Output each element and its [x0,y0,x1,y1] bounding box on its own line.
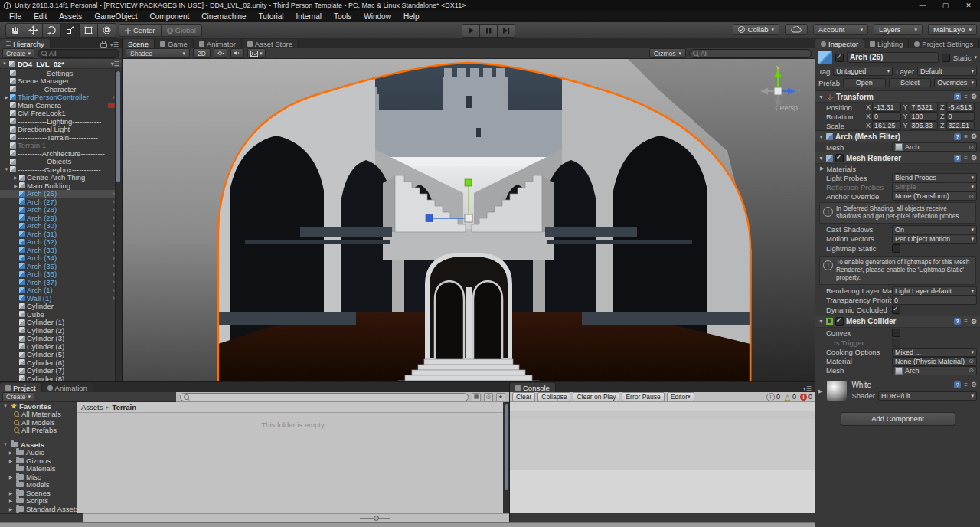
hierarchy-item-character[interactable]: -----------Character----------- [0,85,122,93]
folder-materials[interactable]: Materials [0,465,77,473]
effects-dropdown[interactable]: ▾ [247,48,266,58]
hierarchy-item-arch-33[interactable]: Arch (33)› [0,246,122,254]
warning-count[interactable]: △0 [784,393,796,401]
physic-material-field[interactable]: None (Physic Material)⊙ [892,357,977,366]
gear-icon[interactable]: ⚙ [971,93,977,100]
favorite-search-icon[interactable]: ★ [496,393,505,401]
tab-project[interactable]: Project [0,383,42,392]
hierarchy-item-arch-26[interactable]: Arch (26)› [0,190,122,198]
folder-scripts[interactable]: ▶Scripts [0,497,77,506]
materials-foldout-icon[interactable]: ▶ [820,165,824,172]
hierarchy-item-wall-1[interactable]: Wall (1)› [0,294,122,303]
foldout-icon[interactable]: ▼ [3,167,10,172]
hierarchy-item-cm-freelook1[interactable]: CM FreeLook1 [0,110,122,118]
console-button-clear-on-play[interactable]: Clear on Play [573,392,619,401]
step-button[interactable] [498,24,515,38]
hierarchy-item-directional-light[interactable]: Directional Light [0,126,122,134]
hierarchy-item-cylinder[interactable]: Cylinder [0,303,122,311]
hierarchy-item-lighting[interactable]: ------------Lighting------------ [0,117,122,126]
layer-dropdown[interactable]: Default▾ [917,67,977,76]
info-count[interactable]: !0 [766,393,780,401]
minimize-button[interactable]: — [911,0,934,11]
anchor-override-field[interactable]: None (Transform)⊙ [892,191,977,201]
help-icon[interactable]: ? [954,155,961,162]
mesh-collider-enabled-checkbox[interactable] [835,317,844,326]
tab-lighting[interactable]: Lighting [864,39,909,48]
mesh-renderer-component-header[interactable]: ▼ Mesh Renderer ?≡⚙ [815,152,980,164]
project-search-input[interactable] [180,393,469,401]
scale-tool-icon[interactable] [61,23,80,38]
transform-component-header[interactable]: ▼ Transform ?≡⚙ [815,90,980,103]
hierarchy-item-cylinder-5[interactable]: Cylinder (5) [0,351,122,359]
hierarchy-item-arch-27[interactable]: Arch (27)› [0,198,122,206]
panel-menu-icon[interactable]: ▾☰ [803,385,812,392]
scene-menu-icon[interactable]: ▾☰ [111,61,119,67]
menu-internal[interactable]: Internal [290,11,328,22]
static-checkbox[interactable] [942,54,950,62]
hierarchy-item-cylinder-8[interactable]: Cylinder (8) [0,375,122,381]
dynamic-occluded-checkbox[interactable] [892,306,900,314]
axis-y-label[interactable]: y [776,64,779,70]
hierarchy-item-main-camera[interactable]: Main Camera [0,101,122,110]
tab-console[interactable]: Console [510,383,556,392]
hierarchy-item-greybox[interactable]: ▼-----------Greybox------------ [0,165,122,174]
pivot-toggle-button[interactable]: Center [119,24,162,37]
maximize-button[interactable]: ▢ [934,0,957,11]
hierarchy-item-cube[interactable]: Cube [0,310,122,319]
hierarchy-item-arch-29[interactable]: Arch (29)› [0,214,122,222]
console-button-error-pause[interactable]: Error Pause [622,392,664,401]
help-icon[interactable]: ? [954,381,961,388]
hierarchy-item-arch-37[interactable]: Arch (37)› [0,278,122,286]
tab-game[interactable]: Game [155,39,194,48]
hierarchy-item-terrain-1[interactable]: Terrain 1 [0,142,122,150]
help-icon[interactable]: ? [954,133,961,140]
foldout-icon[interactable]: ▶ [8,498,14,503]
close-button[interactable]: ✕ [957,0,980,11]
mesh-object-field[interactable]: Arch⊙ [892,142,977,152]
foldout-icon[interactable]: ▶ [8,490,14,496]
scale-y-field[interactable]: 305.33 [910,121,938,130]
hand-tool-icon[interactable] [5,23,24,38]
hierarchy-item-terrain[interactable]: ------------Terrain------------ [0,133,122,142]
folder-gizmos[interactable]: ▶Gizmos [0,457,77,465]
prefab-open-button[interactable]: Open [843,78,886,87]
mesh-renderer-enabled-checkbox[interactable] [835,154,844,162]
search-by-label-icon[interactable]: ◎ [484,393,493,401]
project-tree-scrollbar[interactable] [503,402,509,513]
2d-toggle[interactable]: 2D [193,48,211,58]
project-create-button[interactable]: Create▾ [2,392,34,402]
folder-scenes[interactable]: ▶Scenes [0,489,77,497]
space-toggle-button[interactable]: Global [162,24,202,37]
hierarchy-item-main-building[interactable]: ▶Main Building [0,182,122,190]
tab-animator[interactable]: Animator [194,39,242,48]
thumbnail-size-slider[interactable] [360,518,390,519]
mesh-filter-component-header[interactable]: ▼ Arch (Mesh Filter) ?≡⚙ [815,130,980,142]
hierarchy-item-arch-34[interactable]: Arch (34)› [0,254,122,263]
scene-orientation-gizmo[interactable]: y z [753,64,802,123]
hierarchy-item-cylinder-7[interactable]: Cylinder (7) [0,367,122,375]
foldout-icon[interactable]: ▶ [8,474,14,480]
console-detail-area[interactable] [510,470,815,513]
create-button[interactable]: Create▾ [2,48,34,58]
position-y-field[interactable]: 7.5321 [910,103,938,112]
tab-scene[interactable]: Scene [122,39,155,48]
audio-toggle[interactable] [230,48,244,58]
tag-dropdown[interactable]: Untagged▾ [833,67,893,76]
pause-button[interactable] [480,24,498,38]
hierarchy-item-arch-32[interactable]: Arch (32)› [0,238,122,247]
transparency-priority-field[interactable]: 0 [892,296,977,305]
breadcrumb-root[interactable]: Assets [81,403,103,411]
shading-mode-dropdown[interactable]: Shaded▾ [126,48,190,58]
prefab-select-button[interactable]: Select [889,78,932,87]
rendering-layer-mask-dropdown[interactable]: Light Layer default▾ [892,286,977,296]
hierarchy-item-objects[interactable]: ------------Objects------------ [0,158,122,166]
gameobject-name-field[interactable]: Arch (26) [847,52,939,63]
rotation-y-field[interactable]: 180 [910,112,938,121]
menu-edit[interactable]: Edit [28,11,53,22]
preset-icon[interactable]: ≡ [964,381,968,388]
foldout-icon[interactable]: ▼ [2,404,8,408]
cooking-options-dropdown[interactable]: Mixed ...▾ [892,348,977,357]
hierarchy-item-thirdpersoncontroller[interactable]: ▶ThirdPersonController› [0,93,122,102]
folder-models[interactable]: Models [0,481,77,489]
foldout-icon[interactable]: ▶ [12,175,19,180]
